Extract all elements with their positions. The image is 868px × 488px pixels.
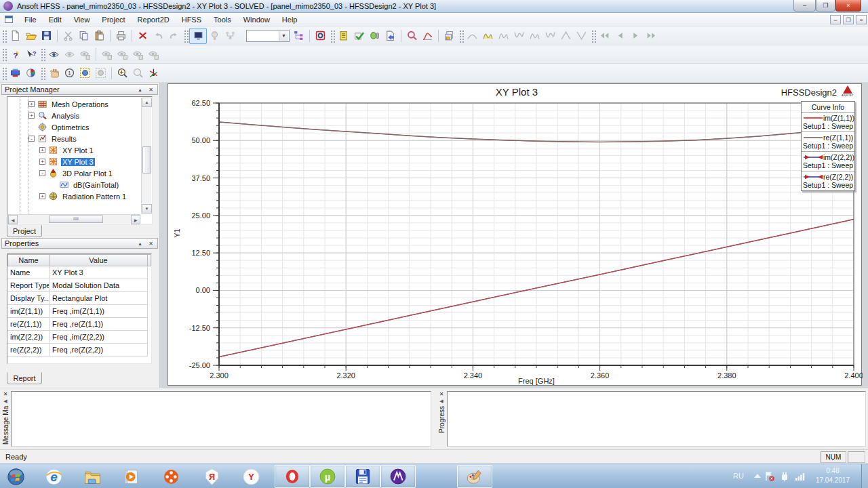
wave-2-icon[interactable]: [480, 28, 496, 44]
analyze-all-icon[interactable]: [367, 28, 382, 44]
zoom-fit-all-icon[interactable]: [77, 65, 93, 81]
combo-dropdown-icon[interactable]: ▼: [279, 31, 288, 41]
project-tree-hscrollbar[interactable]: ◀ ▶ ⦀⦀⦀: [8, 214, 140, 224]
scroll-right-icon[interactable]: ▶: [131, 215, 140, 224]
menu-item-edit[interactable]: Edit: [43, 14, 68, 26]
action-center-flag-icon[interactable]: [764, 470, 775, 482]
model-tree-icon[interactable]: [291, 28, 307, 44]
orient-axis-icon[interactable]: [146, 65, 161, 81]
show-all-icon[interactable]: [115, 46, 130, 62]
clock[interactable]: 0:48 17.04.2017: [816, 466, 850, 485]
rotate-icon[interactable]: 1: [62, 65, 77, 81]
tree-item-xy-plot-3[interactable]: +XY Plot 3: [8, 156, 140, 167]
redo-icon[interactable]: [166, 28, 182, 44]
copy-image-icon[interactable]: [441, 28, 457, 44]
property-row[interactable]: Display Ty...Rectangular Plot: [7, 292, 151, 305]
wave-4-icon[interactable]: [511, 28, 527, 44]
menu-item-project[interactable]: Project: [96, 14, 131, 26]
project-tree-vscrollbar[interactable]: ▲ ▼: [141, 98, 151, 214]
zoom-messages-icon[interactable]: [404, 28, 420, 44]
menu-item-file[interactable]: File: [18, 14, 43, 26]
hide-selection-icon[interactable]: [62, 46, 77, 62]
tree-expander-icon[interactable]: -: [28, 136, 35, 142]
mdi-restore-button[interactable]: ❐: [843, 15, 854, 24]
properties-column-name[interactable]: Name: [7, 254, 50, 266]
tree-item-label[interactable]: XY Plot 3: [61, 158, 95, 166]
tree-expander-icon[interactable]: +: [28, 101, 35, 107]
open-icon[interactable]: [23, 28, 39, 44]
tree-item-xy-plot-1[interactable]: +XY Plot 1: [8, 144, 140, 156]
save-icon[interactable]: [39, 28, 54, 44]
hfss-app-icon[interactable]: [380, 465, 416, 488]
film-reel-icon[interactable]: [157, 466, 184, 487]
wave-7-icon[interactable]: [558, 28, 574, 44]
tree-expander-icon[interactable]: +: [39, 159, 45, 165]
toolbar-grip[interactable]: [40, 66, 46, 80]
copy-icon[interactable]: [76, 28, 92, 44]
power-plug-icon[interactable]: [778, 470, 790, 482]
mdi-close-button[interactable]: ×: [856, 15, 867, 24]
tree-item-label[interactable]: Mesh Operations: [50, 100, 110, 108]
hide-all-icon[interactable]: [99, 46, 115, 62]
show-obj-icon[interactable]: [146, 46, 161, 62]
vscroll-thumb[interactable]: [142, 146, 151, 174]
tray-expand-icon[interactable]: [754, 474, 761, 478]
tree-item-label[interactable]: Optimetrics: [50, 123, 91, 131]
menu-item-tools[interactable]: Tools: [208, 14, 237, 26]
menu-item-window[interactable]: Window: [237, 14, 276, 26]
toolbar-grip[interactable]: [330, 29, 336, 43]
tree-item-label[interactable]: Results: [50, 135, 78, 143]
minimize-button[interactable]: –: [793, 0, 816, 12]
tree-item-db-gaintotal-[interactable]: dB(GainTotal): [8, 179, 140, 190]
property-row[interactable]: im(Z(2,2))Freq ,im(Z(2,2)): [7, 331, 151, 344]
tab-project[interactable]: Project: [7, 225, 42, 237]
delete-icon[interactable]: [135, 28, 151, 44]
restore-button[interactable]: ❐: [816, 0, 835, 12]
toolbar-grip[interactable]: [1, 47, 7, 61]
undo-icon[interactable]: [151, 28, 166, 44]
menu-item-report2d[interactable]: Report2D: [132, 14, 176, 26]
progress-collapse-button[interactable]: ◀: [437, 398, 446, 405]
language-indicator[interactable]: RU: [733, 472, 744, 480]
selection-combo[interactable]: ▼: [246, 30, 290, 42]
message-manager-collapse-button[interactable]: ◀: [1, 398, 9, 405]
prev-frame-icon[interactable]: [612, 28, 628, 44]
wave-1-icon[interactable]: [465, 28, 480, 44]
progress-close-button[interactable]: ✕: [437, 390, 446, 398]
solution-data-icon[interactable]: [382, 28, 398, 44]
scroll-down-icon[interactable]: ▼: [142, 204, 152, 214]
project-manager-collapse-button[interactable]: ▴: [136, 85, 144, 94]
print-icon[interactable]: [113, 28, 129, 44]
view-visibility-icon[interactable]: [46, 46, 62, 62]
opera-icon[interactable]: [275, 465, 310, 488]
property-value[interactable]: Rectangular Plot: [50, 292, 148, 305]
wave-3-icon[interactable]: [496, 28, 511, 44]
help-icon[interactable]: ?: [7, 46, 23, 62]
create-report-icon[interactable]: [420, 28, 435, 44]
utorrent-icon[interactable]: µ: [310, 465, 345, 488]
show-desktop-button[interactable]: [861, 464, 868, 488]
property-row[interactable]: re(Z(1,1))Freq ,re(Z(1,1)): [7, 318, 151, 331]
menu-item-help[interactable]: Help: [276, 14, 304, 26]
zoom-in-icon[interactable]: [115, 65, 130, 81]
scroll-up-icon[interactable]: ▲: [142, 98, 152, 107]
zoom-out-icon[interactable]: [130, 65, 146, 81]
property-value[interactable]: Freq ,re(Z(2,2)): [50, 344, 148, 357]
property-value[interactable]: Freq ,re(Z(1,1)): [50, 318, 148, 331]
next-frame-icon[interactable]: [628, 28, 644, 44]
property-value[interactable]: XY Plot 3: [50, 266, 148, 279]
tree-item-radiation-pattern-1[interactable]: +Radiation Pattern 1: [8, 190, 140, 202]
network-signal-icon[interactable]: [794, 470, 806, 482]
close-button[interactable]: ×: [835, 0, 861, 12]
solution-type-icon[interactable]: [189, 28, 207, 44]
properties-collapse-button[interactable]: ▴: [136, 239, 144, 247]
property-value[interactable]: Freq ,im(Z(1,1)): [50, 305, 148, 318]
property-row[interactable]: NameXY Plot 3: [7, 266, 151, 279]
menu-item-view[interactable]: View: [68, 14, 96, 26]
hscroll-thumb[interactable]: ⦀⦀⦀: [49, 216, 103, 223]
scroll-left-icon[interactable]: ◀: [8, 215, 18, 224]
tree-item-analysis[interactable]: +Analysis: [8, 110, 140, 121]
tree-item-label[interactable]: dB(GainTotal): [72, 181, 120, 189]
design-notes-icon[interactable]: [336, 28, 351, 44]
save-app-icon[interactable]: [345, 465, 380, 488]
